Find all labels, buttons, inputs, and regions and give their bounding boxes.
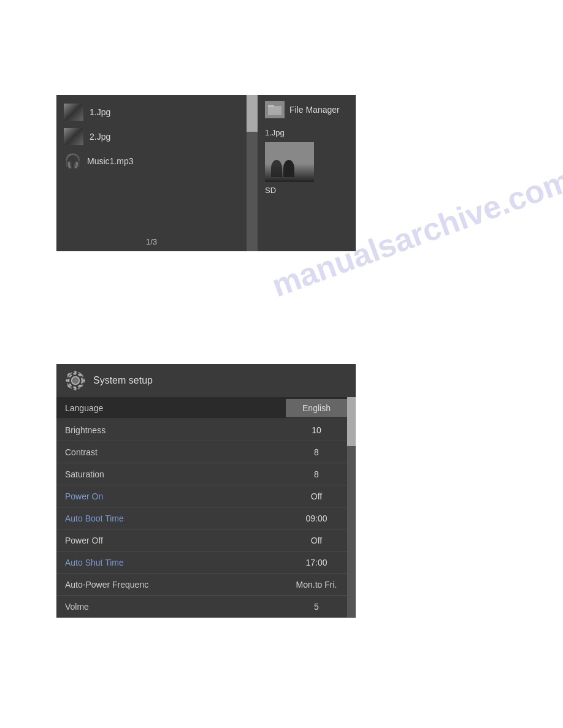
settings-value-auto-boot-time: 09:00 <box>286 509 347 528</box>
settings-row-auto-shut-time[interactable]: Auto Shut Time 17:00 <box>56 552 347 574</box>
file-list-scrollbar[interactable] <box>247 95 258 251</box>
list-item[interactable]: 1.Jpg <box>56 100 247 124</box>
file-manager-header: File Manager <box>265 101 348 118</box>
preview-sd-label: SD <box>265 186 276 195</box>
file-name: Music1.mp3 <box>87 156 133 166</box>
settings-row-saturation[interactable]: Saturation 8 <box>56 463 347 485</box>
svg-point-13 <box>73 378 78 383</box>
file-thumbnail <box>64 104 83 121</box>
preview-filename: 1.Jpg <box>265 128 285 137</box>
settings-label-power-off: Power Off <box>56 531 286 550</box>
page-indicator: 1/3 <box>56 237 247 246</box>
settings-label-power-on: Power On <box>56 487 286 506</box>
file-manager-panel: 1.Jpg 2.Jpg 🎧 Music1.mp3 1/3 File Mana <box>56 95 356 251</box>
settings-value-auto-power-freq: Mon.to Fri. <box>286 575 347 594</box>
settings-scrollbar[interactable] <box>347 397 356 618</box>
settings-label-saturation: Saturation <box>56 465 286 483</box>
svg-rect-6 <box>75 387 77 390</box>
settings-value-power-off: Off <box>286 531 347 550</box>
settings-row-power-off[interactable]: Power Off Off <box>56 529 347 552</box>
settings-value-saturation: 8 <box>286 465 347 483</box>
file-manager-icon <box>265 101 285 118</box>
svg-rect-0 <box>268 106 282 115</box>
settings-label-brightness: Brightness <box>56 421 286 439</box>
system-setup-title: System setup <box>93 375 153 386</box>
settings-row-volume[interactable]: Volme 5 <box>56 596 347 618</box>
settings-label-auto-boot-time: Auto Boot Time <box>56 509 286 528</box>
settings-value-language: English <box>286 399 347 417</box>
settings-label-contrast: Contrast <box>56 443 286 461</box>
settings-scrollbar-thumb <box>347 397 356 446</box>
settings-label-auto-power-freq: Auto-Power Frequenc <box>56 575 286 594</box>
file-manager-label: File Manager <box>289 105 340 115</box>
settings-value-brightness: 10 <box>286 421 347 439</box>
settings-label-language: Language <box>56 399 286 417</box>
settings-row-power-on[interactable]: Power On Off <box>56 485 347 507</box>
settings-value-volume: 5 <box>286 597 347 616</box>
settings-row-auto-boot-time[interactable]: Auto Boot Time 09:00 <box>56 507 347 529</box>
settings-label-auto-shut-time: Auto Shut Time <box>56 553 286 572</box>
file-preview: File Manager 1.Jpg SD <box>258 95 356 251</box>
svg-rect-1 <box>268 105 274 107</box>
file-thumbnail <box>64 128 83 145</box>
scrollbar-thumb <box>247 95 258 132</box>
gear-icon <box>65 370 86 391</box>
svg-rect-12 <box>79 384 82 388</box>
system-setup-panel: System setup Language English Brightness… <box>56 364 356 618</box>
preview-image <box>265 142 314 182</box>
settings-value-power-on: Off <box>286 487 347 506</box>
svg-rect-8 <box>82 380 85 382</box>
settings-list: Language English Brightness 10 Contrast … <box>56 397 347 618</box>
svg-rect-5 <box>75 371 77 374</box>
settings-row-auto-power-freq[interactable]: Auto-Power Frequenc Mon.to Fri. <box>56 574 347 596</box>
settings-row-contrast[interactable]: Contrast 8 <box>56 441 347 463</box>
settings-value-contrast: 8 <box>286 443 347 461</box>
file-list: 1.Jpg 2.Jpg 🎧 Music1.mp3 1/3 <box>56 95 247 251</box>
list-item[interactable]: 🎧 Music1.mp3 <box>56 149 247 173</box>
svg-rect-7 <box>66 380 69 382</box>
settings-value-auto-shut-time: 17:00 <box>286 553 347 572</box>
system-setup-header: System setup <box>56 364 356 397</box>
file-name: 2.Jpg <box>90 132 110 142</box>
file-name: 1.Jpg <box>90 107 110 117</box>
music-icon: 🎧 <box>64 153 81 170</box>
settings-label-volume: Volme <box>56 597 286 616</box>
list-item[interactable]: 2.Jpg <box>56 124 247 149</box>
settings-row-language[interactable]: Language English <box>56 397 347 419</box>
settings-row-brightness[interactable]: Brightness 10 <box>56 419 347 441</box>
